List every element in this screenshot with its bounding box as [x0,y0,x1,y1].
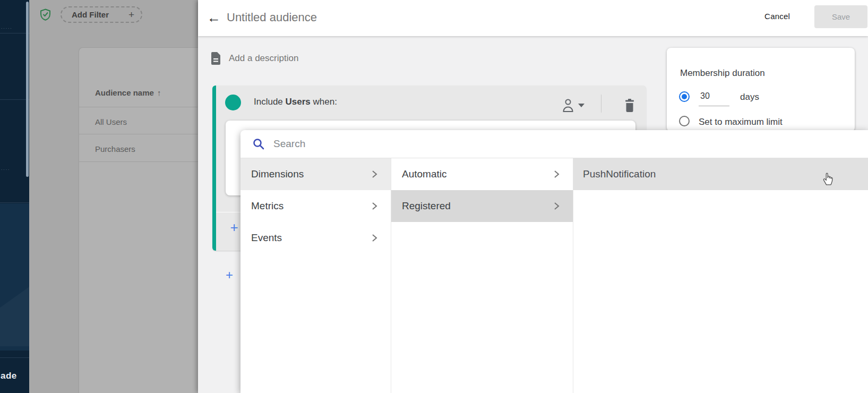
membership-duration-panel: Membership duration days Set to maximum … [667,48,855,132]
dimmed-page-backdrop: Add Filter + Audience name↑ All Users Pu… [29,0,198,393]
menu-item-label: Events [251,232,282,244]
chevron-right-icon [371,234,378,242]
menu-item-label: PushNotification [583,168,656,180]
menu-item-label: Dimensions [251,168,304,180]
back-arrow-button[interactable]: ← [204,8,224,27]
hand-cursor [820,170,835,186]
save-button[interactable]: Save [814,5,867,28]
shield-check-icon [40,8,51,21]
table-row[interactable]: Purchasers [95,144,135,153]
dropdown-search-row [240,130,868,158]
menu-item-label: Automatic [402,168,446,180]
nav-divider [0,202,29,203]
upgrade-button-partial[interactable]: ade [1,371,17,381]
membership-duration-title: Membership duration [680,68,765,79]
chevron-right-icon [553,170,560,178]
chevron-right-icon [371,202,378,210]
audience-title-field[interactable]: Untitled audience [227,0,317,35]
add-description-label: Add a description [229,53,298,64]
condition-picker-dropdown: Dimensions Metrics Events [240,130,868,393]
chevron-right-icon [553,202,560,210]
menu-item-metrics[interactable]: Metrics [240,190,391,222]
menu-item-dimensions[interactable]: Dimensions [240,158,391,190]
include-users-when-label: Include Users when: [254,97,337,107]
duration-radio-selected[interactable] [679,91,690,102]
sort-ascending-icon: ↑ [157,88,161,97]
nav-divider [0,99,29,100]
menu-item-label: Metrics [251,200,283,212]
search-icon [252,138,265,150]
chevron-down-icon[interactable] [578,104,585,107]
nav-divider [0,357,29,358]
radio-dot [682,94,687,99]
menu-item-automatic[interactable]: Automatic [391,158,573,190]
trash-icon[interactable] [623,98,636,113]
nav-text-fragment: ····· [1,27,13,30]
dropdown-menu-body: Dimensions Metrics Events [240,158,868,393]
add-exclude-group-button[interactable]: + [224,268,235,283]
cancel-button[interactable]: Cancel [764,12,790,21]
table-divider [79,134,198,134]
search-input[interactable] [273,138,868,150]
user-scope-icon[interactable] [562,98,574,113]
add-filter-button[interactable]: Add Filter + [61,6,142,23]
audience-builder-dialog: ← Untitled audience Cancel Save Add a de… [198,0,868,393]
chevron-right-icon [371,170,378,178]
duration-unit-label: days [740,92,759,102]
nav-divider [0,33,29,33]
menu-item-registered[interactable]: Registered [391,190,573,222]
add-description-row[interactable]: Add a description [211,52,298,65]
nav-scrollbar[interactable] [26,2,29,177]
audience-table-header[interactable]: Audience name↑ [95,88,161,97]
menu-item-events[interactable]: Events [240,222,391,254]
table-divider [79,107,198,107]
menu-column-items: PushNotification [573,158,868,393]
left-nav-rail: ····· ···· ade [0,0,29,393]
add-condition-group-button[interactable]: + [228,219,240,236]
max-limit-label[interactable]: Set to maximum limit [699,117,783,127]
audience-builder-screen: ····· ···· ade Add Filter + Audience nam… [0,0,868,393]
add-filter-label: Add Filter [72,10,109,19]
table-divider [79,161,198,162]
document-icon [211,52,221,65]
plus-icon: + [128,9,134,21]
menu-column-categories: Automatic Registered [391,158,573,393]
menu-item-label: Registered [402,200,451,212]
duration-value-input[interactable] [699,87,729,106]
menu-column-types: Dimensions Metrics Events [240,158,391,393]
table-row[interactable]: All Users [95,117,127,126]
max-limit-radio[interactable] [679,116,690,126]
audience-table: Audience name↑ All Users Purchasers [79,47,198,393]
toolbar-divider [601,95,601,113]
include-scope-indicator [225,95,241,110]
nav-text-fragment: ···· [1,168,10,172]
dialog-header: ← Untitled audience Cancel Save [198,0,868,36]
